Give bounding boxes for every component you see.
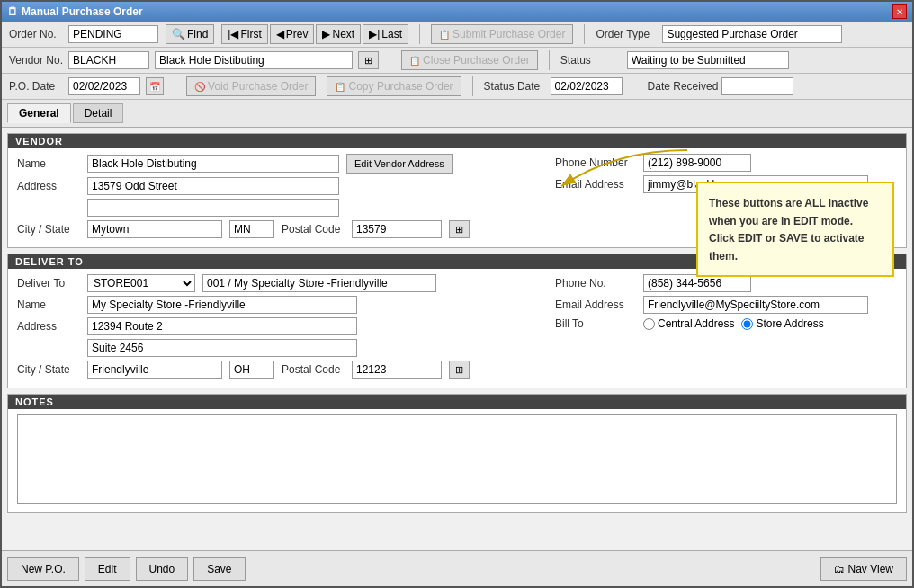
vendor-grid-button[interactable]: ⊞ [358, 51, 379, 69]
copy-icon: 📋 [335, 82, 345, 92]
vendor-city-row: City / State Postal Code ⊞ [17, 220, 537, 238]
status-field: Status [560, 51, 789, 69]
calendar-button[interactable]: 📅 [146, 77, 164, 95]
deliver-postal-label: Postal Code [282, 363, 345, 376]
tab-detail[interactable]: Detail [73, 103, 124, 123]
tab-bar: General Detail [7, 103, 907, 123]
deliver-name-label: Name [17, 298, 80, 311]
deliver-address2-field[interactable] [87, 339, 357, 357]
po-date-label: P.O. Date [9, 80, 63, 93]
vendor-no-label: Vendor No. [9, 54, 63, 67]
nav-icon: 🗂 [834, 563, 845, 575]
notes-section: NOTES [7, 394, 907, 513]
vendor-postal-grid[interactable]: ⊞ [449, 220, 470, 238]
status-date-field: Status Date [484, 77, 623, 95]
vendor-name-label: Name [17, 157, 80, 170]
po-date-field: P.O. Date 📅 [9, 77, 164, 95]
vendor-address-row: Address [17, 177, 537, 195]
vendor-city-field[interactable] [87, 220, 222, 238]
find-button[interactable]: 🔍 Find [166, 24, 214, 44]
deliver-phone-row: Phone No. [555, 274, 897, 292]
last-button[interactable]: ▶| Last [363, 24, 408, 44]
status-date-label: Status Date [484, 80, 547, 93]
deliver-phone-label: Phone No. [555, 277, 636, 290]
deliver-city-field[interactable] [87, 361, 222, 379]
toolbar-row2: Vendor No. ⊞ 📋 Close Purchase Order Stat… [2, 48, 912, 74]
deliver-to-row: Deliver To STORE001 [17, 274, 537, 292]
vendor-state-field[interactable] [229, 220, 274, 238]
deliver-address2-row [17, 339, 537, 357]
central-address-label[interactable]: Central Address [643, 317, 734, 330]
close-po-button[interactable]: 📋 Close Purchase Order [401, 50, 538, 70]
vendor-phone-label: Phone Number [555, 156, 636, 169]
notes-textarea[interactable] [17, 414, 897, 504]
vendor-left-col: Name Edit Vendor Address Address [17, 154, 537, 242]
order-no-label: Order No. [9, 28, 63, 40]
status-date-input[interactable] [551, 77, 623, 95]
notes-section-body [8, 409, 906, 512]
po-date-input[interactable] [68, 77, 140, 95]
order-no-input[interactable] [68, 25, 158, 43]
vendor-no-input[interactable] [68, 51, 149, 69]
deliver-phone-field[interactable] [643, 274, 751, 292]
edit-vendor-button[interactable]: Edit Vendor Address [346, 154, 453, 174]
prev-button[interactable]: ◀ Prev [270, 24, 315, 44]
deliver-name-row: Name [17, 296, 537, 314]
close-icon: 📋 [409, 56, 420, 66]
deliver-email-row: Email Address [555, 296, 897, 314]
first-button[interactable]: |◀ First [221, 24, 267, 44]
deliver-email-label: Email Address [555, 298, 636, 311]
deliver-address1-field[interactable] [87, 317, 357, 335]
vendor-postal-label: Postal Code [282, 223, 345, 236]
nav-view-button[interactable]: 🗂 Nav View [820, 557, 907, 581]
void-po-button[interactable]: 🚫 Void Purchase Order [186, 76, 316, 96]
deliver-postal-field[interactable] [352, 361, 442, 379]
order-type-field: Order Type [596, 25, 842, 43]
toolbar-row1: Order No. 🔍 Find |◀ First ◀ Prev ▶ Next … [2, 22, 912, 48]
vendor-address1-field[interactable] [87, 177, 339, 195]
vendor-name-input[interactable] [155, 51, 353, 69]
deliver-state-field[interactable] [229, 361, 274, 379]
vendor-no-field: Vendor No. ⊞ [9, 51, 379, 69]
vendor-phone-field[interactable] [643, 154, 751, 172]
tooltip-box: These buttons are ALL inactive when you … [696, 182, 894, 277]
deliver-to-name-input[interactable] [202, 274, 436, 292]
deliver-city-row: City / State Postal Code ⊞ [17, 361, 537, 379]
central-address-radio[interactable] [643, 318, 655, 330]
tab-general[interactable]: General [7, 103, 71, 123]
copy-po-button[interactable]: 📋 Copy Purchase Order [327, 76, 461, 96]
store-address-radio[interactable] [741, 318, 753, 330]
deliver-left-col: Deliver To STORE001 Name Address [17, 274, 537, 382]
vendor-name-field[interactable] [87, 155, 339, 173]
nav-buttons: |◀ First ◀ Prev ▶ Next ▶| Last [221, 24, 408, 44]
deliver-to-select[interactable]: STORE001 [87, 274, 195, 292]
vendor-address2-field[interactable] [87, 199, 339, 217]
title-bar: 🗒 Manual Purchase Order ✕ [2, 2, 912, 22]
window-title: Manual Purchase Order [22, 5, 143, 18]
main-window: 🗒 Manual Purchase Order ✕ Order No. 🔍 Fi… [0, 0, 914, 588]
edit-button[interactable]: Edit [85, 557, 130, 581]
date-received-input[interactable] [721, 77, 793, 95]
deliver-name-field[interactable] [87, 296, 357, 314]
vendor-phone-row: Phone Number [555, 154, 897, 172]
new-po-button[interactable]: New P.O. [7, 557, 79, 581]
notes-section-header: NOTES [8, 395, 906, 409]
next-button[interactable]: ▶ Next [316, 24, 361, 44]
vendor-postal-field[interactable] [352, 220, 442, 238]
date-received-field: Date Received [648, 77, 794, 95]
deliver-postal-grid[interactable]: ⊞ [449, 361, 470, 379]
deliver-section-body: Deliver To STORE001 Name Address [8, 269, 906, 388]
close-button[interactable]: ✕ [892, 4, 907, 19]
save-button[interactable]: Save [193, 557, 245, 581]
store-address-label[interactable]: Store Address [741, 317, 823, 330]
order-type-label: Order Type [596, 28, 659, 40]
deliver-email-field[interactable] [643, 296, 868, 314]
status-input[interactable] [627, 51, 789, 69]
status-label: Status [560, 54, 623, 67]
vendor-name-row: Name Edit Vendor Address [17, 154, 537, 174]
deliver-address-label: Address [17, 320, 80, 333]
undo-button[interactable]: Undo [136, 557, 189, 581]
submit-po-button[interactable]: 📋 Submit Purchase Order [431, 24, 573, 44]
order-type-input[interactable] [662, 25, 842, 43]
tooltip-text: These buttons are ALL inactive when you … [709, 197, 868, 263]
